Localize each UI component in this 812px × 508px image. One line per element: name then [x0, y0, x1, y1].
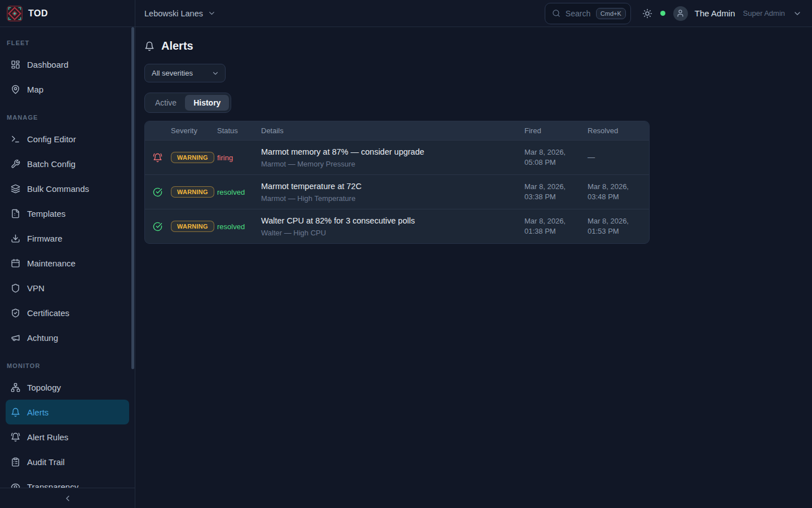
- sidebar-item-maintenance[interactable]: Maintenance: [6, 251, 129, 275]
- bell-icon: [11, 408, 20, 417]
- main-content: Alerts All severities ActiveHistory Seve…: [135, 27, 812, 508]
- sidebar-item-config-editor[interactable]: Config Editor: [6, 126, 129, 151]
- sidebar-item-firmware[interactable]: Firmware: [6, 226, 129, 251]
- network-icon: [11, 383, 20, 392]
- search-shortcut-badge: Cmd+K: [596, 8, 626, 19]
- app-title: TOD: [28, 8, 48, 19]
- circle-check-icon: [153, 187, 162, 197]
- theme-toggle-button[interactable]: [642, 8, 652, 19]
- user-icon: [676, 9, 685, 17]
- topbar-right: Search... Cmd+K The Admin Super Admin: [545, 3, 812, 24]
- sidebar-item-label: VPN: [27, 283, 45, 293]
- sidebar-item-map[interactable]: Map: [6, 77, 129, 102]
- sidebar-item-label: Dashboard: [27, 60, 68, 69]
- sidebar-item-topology[interactable]: Topology: [6, 375, 129, 400]
- alert-subtitle: Marmot — Memory Pressure: [261, 160, 524, 168]
- severity-badge: WARNING: [171, 221, 214, 232]
- shield-icon: [11, 283, 20, 293]
- search-input[interactable]: Search... Cmd+K: [545, 3, 631, 24]
- sidebar-item-audit-trail[interactable]: Audit Trail: [6, 449, 129, 474]
- sidebar-item-label: Batch Config: [27, 159, 76, 169]
- bell-ring-icon: [11, 432, 20, 442]
- connection-status-dot: [660, 11, 665, 16]
- megaphone-icon: [11, 333, 20, 343]
- sidebar-section: MONITOR Topology Alerts Alert Rules Audi…: [0, 358, 135, 488]
- sidebar-item-label: Config Editor: [27, 134, 76, 144]
- user-name: The Admin: [695, 8, 735, 18]
- alert-row[interactable]: WARNING firing Marmot memory at 87% — co…: [145, 140, 649, 174]
- alerts-table: SeverityStatusDetailsFiredResolved WARNI…: [144, 121, 650, 244]
- org-selector-label: Lebowski Lanes: [144, 9, 203, 18]
- topbar: TOD Lebowski Lanes Search... Cmd+K The A…: [0, 0, 812, 27]
- circle-check-icon: [153, 222, 162, 231]
- wrench-icon: [11, 159, 20, 169]
- sidebar-item-certificates[interactable]: Certificates: [6, 300, 129, 325]
- org-selector[interactable]: Lebowski Lanes: [144, 9, 216, 18]
- alert-subtitle: Marmot — High Temperature: [261, 194, 524, 203]
- sidebar-item-label: Maintenance: [27, 259, 76, 268]
- sidebar-item-alerts[interactable]: Alerts: [6, 400, 129, 424]
- bell-ring-icon: [153, 153, 162, 163]
- severity-badge: WARNING: [171, 152, 214, 163]
- terminal-icon: [11, 134, 20, 144]
- severity-badge: WARNING: [171, 186, 214, 198]
- map-pin-icon: [11, 85, 20, 94]
- calendar-icon: [11, 259, 20, 268]
- sidebar-item-alert-rules[interactable]: Alert Rules: [6, 424, 129, 449]
- search-placeholder: Search...: [566, 9, 591, 18]
- alert-status: resolved: [217, 222, 261, 231]
- chevron-down-icon: [211, 69, 219, 77]
- sidebar-item-templates[interactable]: Templates: [6, 201, 129, 226]
- clipboard-list-icon: [11, 457, 20, 467]
- sidebar-item-label: Map: [27, 85, 43, 94]
- alert-subtitle: Walter — High CPU: [261, 229, 524, 237]
- sidebar-item-label: Certificates: [27, 308, 69, 318]
- eye-icon: [11, 482, 20, 488]
- chevron-down-icon: [208, 9, 216, 17]
- alert-status: resolved: [217, 188, 261, 196]
- alert-status: firing: [217, 154, 261, 162]
- alert-row[interactable]: WARNING resolved Marmot temperature at 7…: [145, 174, 649, 209]
- download-icon: [11, 234, 20, 243]
- sidebar-item-label: Achtung: [27, 333, 58, 343]
- alert-resolved-time: —: [588, 152, 644, 163]
- sidebar-section-label: MANAGE: [0, 110, 135, 126]
- column-header-resolved: Resolved: [588, 126, 644, 135]
- column-header-fired: Fired: [524, 126, 588, 135]
- shield-check-icon: [11, 308, 20, 318]
- tab-history[interactable]: History: [185, 95, 229, 111]
- sidebar-section: FLEET Dashboard Map: [0, 35, 135, 102]
- avatar[interactable]: [673, 6, 688, 21]
- app-logo-icon: [7, 6, 23, 21]
- page-header: Alerts: [144, 40, 803, 52]
- column-header-severity: Severity: [171, 126, 217, 135]
- sidebar-item-transparency[interactable]: Transparency: [6, 474, 129, 488]
- file-icon: [11, 209, 20, 218]
- sidebar-scrollbar[interactable]: [131, 27, 134, 369]
- sidebar-item-dashboard[interactable]: Dashboard: [6, 52, 129, 77]
- alert-title: Marmot temperature at 72C: [261, 182, 524, 191]
- search-icon: [552, 9, 561, 17]
- sidebar-item-batch-config[interactable]: Batch Config: [6, 151, 129, 176]
- alert-title: Walter CPU at 82% for 3 consecutive poll…: [261, 216, 524, 225]
- alerts-view-tabs: ActiveHistory: [144, 93, 231, 113]
- tab-active[interactable]: Active: [147, 95, 185, 111]
- severity-filter-select[interactable]: All severities: [144, 64, 226, 82]
- user-role-badge: Super Admin: [743, 9, 785, 17]
- sidebar-item-vpn[interactable]: VPN: [6, 275, 129, 300]
- alert-resolved-time: Mar 8, 2026, 01:53 PM: [588, 216, 644, 236]
- column-header-details: Details: [261, 126, 524, 135]
- sidebar-item-achtung[interactable]: Achtung: [6, 325, 129, 350]
- brand: TOD: [0, 0, 135, 27]
- sidebar-collapse-button[interactable]: [0, 488, 135, 508]
- user-menu-chevron-down-icon[interactable]: [793, 9, 802, 18]
- sidebar-item-label: Audit Trail: [27, 457, 65, 467]
- sidebar-item-label: Bulk Commands: [27, 184, 89, 194]
- sidebar-item-label: Alerts: [27, 408, 48, 417]
- layers-icon: [11, 184, 20, 194]
- sidebar-nav: FLEET Dashboard Map MANAGE Config Editor…: [0, 27, 135, 488]
- alert-row[interactable]: WARNING resolved Walter CPU at 82% for 3…: [145, 209, 649, 243]
- sidebar-item-label: Templates: [27, 209, 65, 218]
- sidebar-item-bulk-commands[interactable]: Bulk Commands: [6, 176, 129, 201]
- sidebar-item-label: Topology: [27, 383, 61, 392]
